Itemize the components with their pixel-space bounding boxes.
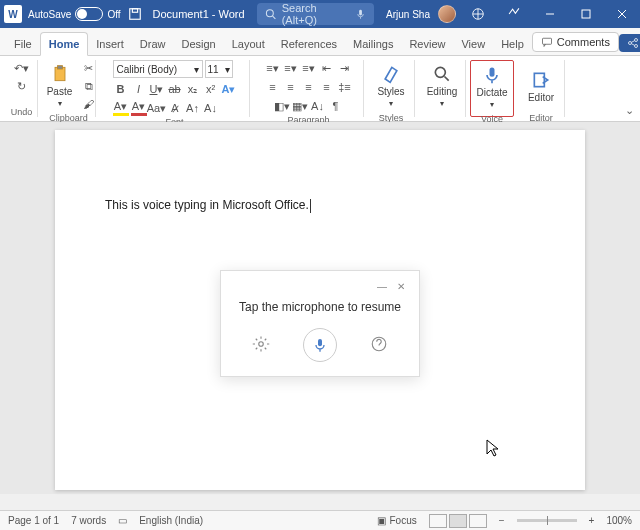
panel-minimize-icon[interactable]: —: [377, 281, 387, 292]
dictate-settings-icon[interactable]: [252, 335, 270, 355]
undo-button[interactable]: ↶▾: [14, 60, 30, 76]
tab-insert[interactable]: Insert: [88, 33, 132, 55]
view-read-button[interactable]: [429, 514, 447, 528]
svg-rect-7: [582, 10, 590, 18]
collapse-ribbon-icon[interactable]: ⌄: [625, 104, 634, 117]
bold-button[interactable]: B: [113, 81, 129, 97]
search-box[interactable]: Search (Alt+Q): [257, 3, 374, 25]
paste-button[interactable]: Paste ▾: [41, 60, 79, 112]
dictate-help-icon[interactable]: [370, 335, 388, 355]
text-effects-button[interactable]: A▾: [221, 81, 237, 97]
superscript-button[interactable]: x²: [203, 81, 219, 97]
borders-button[interactable]: ▦▾: [292, 98, 308, 114]
app-switch-icon[interactable]: [464, 0, 492, 28]
ribbon: ↶▾ ↻ Undo Paste ▾ ✂ ⧉ 🖌 Clipboard Calibr…: [0, 56, 640, 122]
tab-file[interactable]: File: [6, 33, 40, 55]
justify-button[interactable]: ≡: [319, 79, 335, 95]
save-icon[interactable]: [127, 6, 143, 22]
group-undo: ↶▾ ↻ Undo: [6, 60, 38, 117]
bullets-button[interactable]: ≡▾: [265, 60, 281, 76]
multilevel-button[interactable]: ≡▾: [301, 60, 317, 76]
format-painter-button[interactable]: 🖌: [81, 96, 97, 112]
cut-button[interactable]: ✂: [81, 60, 97, 76]
word-app-icon: W: [4, 5, 22, 23]
editor-button[interactable]: Editor: [522, 60, 560, 112]
svg-line-14: [631, 41, 634, 43]
status-language[interactable]: English (India): [139, 515, 203, 526]
change-case-button[interactable]: Aa▾: [149, 100, 165, 116]
clear-format-button[interactable]: A̷: [167, 100, 183, 116]
tab-layout[interactable]: Layout: [224, 33, 273, 55]
group-editor: Editor Editor: [518, 60, 565, 117]
dictate-mic-button[interactable]: [303, 328, 337, 362]
tab-draw[interactable]: Draw: [132, 33, 174, 55]
editing-button[interactable]: Editing▾: [423, 60, 461, 112]
inc-indent-button[interactable]: ⇥: [337, 60, 353, 76]
line-spacing-button[interactable]: ‡≡: [337, 79, 353, 95]
search-icon: [265, 8, 276, 20]
tab-mailings[interactable]: Mailings: [345, 33, 401, 55]
autosave-toggle[interactable]: AutoSave Off: [28, 7, 121, 21]
zoom-slider[interactable]: [517, 519, 577, 522]
close-button[interactable]: [608, 0, 636, 28]
font-name-combo[interactable]: Calibri (Body)▾: [113, 60, 203, 78]
font-color-button[interactable]: A▾: [131, 100, 147, 116]
user-avatar[interactable]: [438, 5, 456, 23]
status-proofing-icon[interactable]: ▭: [118, 515, 127, 526]
editor-icon: [531, 70, 551, 90]
shrink-font-button[interactable]: A↓: [203, 100, 219, 116]
dec-indent-button[interactable]: ⇤: [319, 60, 335, 76]
tab-review[interactable]: Review: [401, 33, 453, 55]
grow-font-button[interactable]: A↑: [185, 100, 201, 116]
dictate-button[interactable]: Dictate▾: [473, 61, 511, 113]
align-left-button[interactable]: ≡: [265, 79, 281, 95]
group-styles: Styles▾ Styles: [368, 60, 415, 117]
sort-button[interactable]: A↓: [310, 98, 326, 114]
view-web-button[interactable]: [469, 514, 487, 528]
user-name[interactable]: Arjun Sha: [386, 9, 430, 20]
group-font: Calibri (Body)▾ 11▾ B I U▾ ab x₂ x² A▾ A…: [100, 60, 250, 117]
align-right-button[interactable]: ≡: [301, 79, 317, 95]
help-icon[interactable]: [500, 0, 528, 28]
share-button[interactable]: Share: [619, 34, 640, 52]
maximize-button[interactable]: [572, 0, 600, 28]
styles-icon: [381, 64, 401, 84]
zoom-level[interactable]: 100%: [606, 515, 632, 526]
highlight-button[interactable]: A▾: [113, 100, 129, 116]
show-marks-button[interactable]: ¶: [328, 98, 344, 114]
tab-home[interactable]: Home: [40, 32, 89, 56]
zoom-in-button[interactable]: +: [589, 515, 595, 526]
toggle-switch[interactable]: [75, 7, 103, 21]
panel-close-icon[interactable]: ✕: [397, 281, 405, 292]
svg-line-3: [272, 16, 275, 19]
svg-rect-4: [359, 10, 362, 16]
copy-button[interactable]: ⧉: [81, 78, 97, 94]
italic-button[interactable]: I: [131, 81, 147, 97]
align-center-button[interactable]: ≡: [283, 79, 299, 95]
comments-button[interactable]: Comments: [532, 32, 619, 52]
page[interactable]: This is voice typing in Microsoft Office…: [55, 130, 585, 490]
shading-button[interactable]: ◧▾: [274, 98, 290, 114]
focus-mode-button[interactable]: ▣ Focus: [377, 515, 417, 526]
microphone-icon[interactable]: [355, 8, 366, 20]
status-words[interactable]: 7 words: [71, 515, 106, 526]
tab-help[interactable]: Help: [493, 33, 532, 55]
subscript-button[interactable]: x₂: [185, 81, 201, 97]
numbering-button[interactable]: ≡▾: [283, 60, 299, 76]
tab-design[interactable]: Design: [173, 33, 223, 55]
strike-button[interactable]: ab: [167, 81, 183, 97]
minimize-button[interactable]: [536, 0, 564, 28]
document-area[interactable]: This is voice typing in Microsoft Office…: [0, 122, 640, 494]
tab-view[interactable]: View: [453, 33, 493, 55]
zoom-out-button[interactable]: −: [499, 515, 505, 526]
status-page[interactable]: Page 1 of 1: [8, 515, 59, 526]
font-size-combo[interactable]: 11▾: [205, 60, 233, 78]
underline-button[interactable]: U▾: [149, 81, 165, 97]
view-print-button[interactable]: [449, 514, 467, 528]
tab-references[interactable]: References: [273, 33, 345, 55]
svg-point-2: [266, 10, 273, 17]
redo-button[interactable]: ↻: [14, 78, 30, 94]
dictate-panel: — ✕ Tap the microphone to resume: [220, 270, 420, 377]
svg-point-22: [258, 342, 263, 347]
styles-button[interactable]: Styles▾: [372, 60, 410, 112]
